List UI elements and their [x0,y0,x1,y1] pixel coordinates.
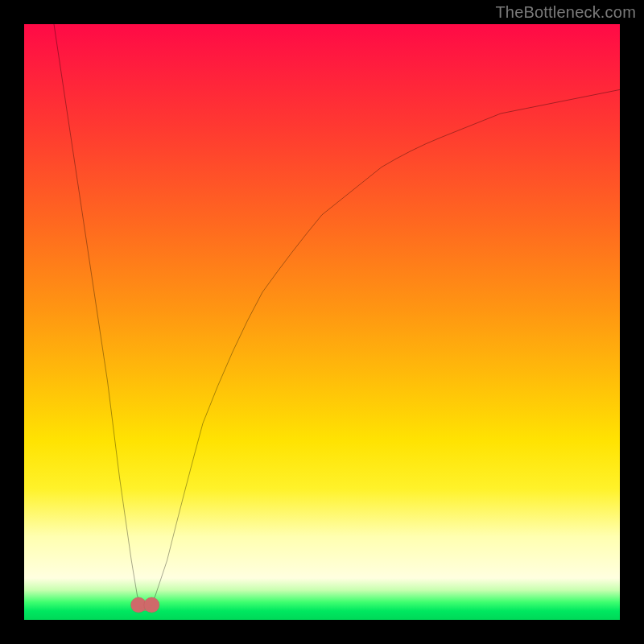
curve-layer [24,24,620,620]
min-markers [130,597,159,613]
chart-frame: TheBottleneck.com [0,0,644,644]
watermark-text: TheBottleneck.com [495,3,636,22]
bottleneck-curve [54,24,620,608]
plot-area [24,24,620,620]
